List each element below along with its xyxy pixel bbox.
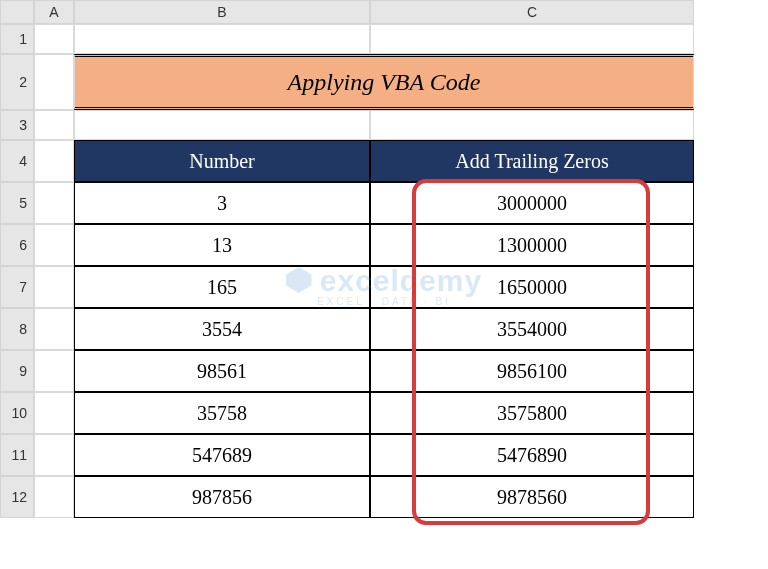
row-header-12[interactable]: 12 (0, 476, 34, 518)
cell-A12[interactable] (34, 476, 74, 518)
table-header-trailing[interactable]: Add Trailing Zeros (370, 140, 694, 182)
row-header-11[interactable]: 11 (0, 434, 34, 476)
cell-A10[interactable] (34, 392, 74, 434)
row-header-2[interactable]: 2 (0, 54, 34, 110)
cell-B12[interactable]: 987856 (74, 476, 370, 518)
cell-B8[interactable]: 3554 (74, 308, 370, 350)
cell-A4[interactable] (34, 140, 74, 182)
select-all-corner[interactable] (0, 0, 34, 24)
cell-B5[interactable]: 3 (74, 182, 370, 224)
col-header-B[interactable]: B (74, 0, 370, 24)
cell-A9[interactable] (34, 350, 74, 392)
cell-A8[interactable] (34, 308, 74, 350)
cell-A1[interactable] (34, 24, 74, 54)
row-header-4[interactable]: 4 (0, 140, 34, 182)
cell-A6[interactable] (34, 224, 74, 266)
cell-C5[interactable]: 3000000 (370, 182, 694, 224)
row-header-10[interactable]: 10 (0, 392, 34, 434)
row-header-1[interactable]: 1 (0, 24, 34, 54)
cell-C3[interactable] (370, 110, 694, 140)
row-header-6[interactable]: 6 (0, 224, 34, 266)
cell-C6[interactable]: 1300000 (370, 224, 694, 266)
cell-C8[interactable]: 3554000 (370, 308, 694, 350)
cell-C9[interactable]: 9856100 (370, 350, 694, 392)
cell-A7[interactable] (34, 266, 74, 308)
cell-B10[interactable]: 35758 (74, 392, 370, 434)
row-header-8[interactable]: 8 (0, 308, 34, 350)
row-header-3[interactable]: 3 (0, 110, 34, 140)
cell-A2[interactable] (34, 54, 74, 110)
table-header-number[interactable]: Number (74, 140, 370, 182)
row-header-9[interactable]: 9 (0, 350, 34, 392)
spreadsheet-grid: A B C 1 2 3 4 5 6 7 8 9 10 11 12 Applyin… (0, 0, 768, 518)
cell-B7[interactable]: 165 (74, 266, 370, 308)
cell-B3[interactable] (74, 110, 370, 140)
cell-C1[interactable] (370, 24, 694, 54)
cell-B1[interactable] (74, 24, 370, 54)
cell-B6[interactable]: 13 (74, 224, 370, 266)
cell-B11[interactable]: 547689 (74, 434, 370, 476)
cell-A11[interactable] (34, 434, 74, 476)
cell-C7[interactable]: 1650000 (370, 266, 694, 308)
cell-A3[interactable] (34, 110, 74, 140)
cell-C10[interactable]: 3575800 (370, 392, 694, 434)
cell-A5[interactable] (34, 182, 74, 224)
col-header-C[interactable]: C (370, 0, 694, 24)
cell-C11[interactable]: 5476890 (370, 434, 694, 476)
col-header-A[interactable]: A (34, 0, 74, 24)
cell-B9[interactable]: 98561 (74, 350, 370, 392)
cell-C12[interactable]: 9878560 (370, 476, 694, 518)
title-cell[interactable]: Applying VBA Code (74, 54, 694, 110)
row-header-7[interactable]: 7 (0, 266, 34, 308)
row-header-5[interactable]: 5 (0, 182, 34, 224)
